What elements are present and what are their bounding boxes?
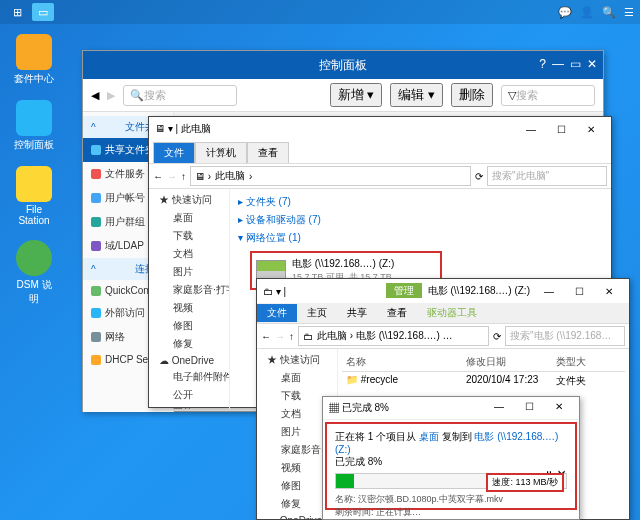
tree-quick-access[interactable]: ★ 快速访问	[259, 351, 335, 369]
tab-computer[interactable]: 计算机	[195, 142, 247, 163]
taskbar: ⊞ ▭ 💬 👤 🔍 ☰	[0, 0, 640, 24]
tray-menu-icon[interactable]: ☰	[624, 6, 634, 19]
nav-back-icon[interactable]: ←	[153, 171, 163, 182]
back-icon[interactable]: ◀	[91, 89, 99, 102]
syno-title-text: 控制面板	[319, 57, 367, 74]
nav-fwd-icon[interactable]: →	[167, 171, 177, 182]
tab-view[interactable]: 查看	[247, 142, 289, 163]
tree-item[interactable]: 电子邮件附件	[165, 368, 227, 386]
fwd-icon[interactable]: ▶	[107, 89, 115, 102]
min-icon[interactable]: —	[517, 124, 545, 135]
tray-search-icon[interactable]: 🔍	[602, 6, 616, 19]
desktop-icons: 套件中心 控制面板 File Station DSM 说明	[12, 34, 56, 306]
desktop-icon-pkg[interactable]: 套件中心	[12, 34, 56, 86]
list-item[interactable]: 📁 #recycle2020/10/4 17:23文件夹	[342, 372, 625, 390]
close-icon[interactable]: ✕	[577, 124, 605, 135]
pc-icon: 🖥	[155, 123, 165, 134]
tree-item[interactable]: 修复	[165, 335, 227, 353]
address-input[interactable]: 🖥 › 此电脑 ›	[190, 166, 471, 186]
tree-item[interactable]: 视频	[165, 299, 227, 317]
nav-back-icon[interactable]: ←	[261, 331, 271, 342]
nav-up-icon[interactable]: ↑	[181, 171, 186, 182]
taskbar-app-window[interactable]: ▭	[32, 3, 54, 21]
column-headers[interactable]: 名称修改日期类型大	[342, 353, 625, 372]
max-icon[interactable]: ☐	[547, 124, 575, 135]
tree-item[interactable]: 修图	[165, 317, 227, 335]
copy-percent: 已完成 8%	[335, 455, 567, 469]
tree-item[interactable]: 下载	[165, 227, 227, 245]
refresh-icon[interactable]: ⟳	[493, 331, 501, 342]
edit-button[interactable]: 编辑 ▾	[390, 83, 443, 107]
copy-progress-dialog: ▦ 已完成 8% —☐✕ 正在将 1 个项目从 桌面 复制到 电影 (\\192…	[322, 396, 580, 520]
tab-file[interactable]: 文件	[257, 304, 297, 322]
tray-chat-icon[interactable]: 💬	[558, 6, 572, 19]
syno-help-icon[interactable]: ?	[539, 57, 546, 71]
tree-item[interactable]: 公开	[165, 386, 227, 404]
tree-item[interactable]: 文档	[165, 245, 227, 263]
tab-view[interactable]: 查看	[377, 304, 417, 322]
section-network[interactable]: ▾ 网络位置 (1)	[234, 229, 607, 247]
max-icon[interactable]: ☐	[565, 286, 593, 297]
max-icon[interactable]: ☐	[515, 401, 543, 415]
search-input[interactable]: 搜索"电影 (\\192.168…	[505, 326, 625, 346]
tree-item[interactable]: 桌面	[165, 209, 227, 227]
tray-user-icon[interactable]: 👤	[580, 6, 594, 19]
tree-item[interactable]: 图片	[165, 263, 227, 281]
search-input[interactable]: 搜索"此电脑"	[487, 166, 607, 186]
copy-body: 正在将 1 个项目从 桌面 复制到 电影 (\\192.168.…) (Z:) …	[325, 422, 577, 510]
ribbon-tabs: 文件 计算机 查看	[149, 141, 611, 163]
delete-button[interactable]: 删除	[451, 83, 493, 107]
address-bar: ← → ↑ 🖥 › 此电脑 › ⟳ 搜索"此电脑"	[149, 163, 611, 189]
desktop-icon-filestation[interactable]: File Station	[12, 166, 56, 226]
refresh-icon[interactable]: ⟳	[475, 171, 483, 182]
min-icon[interactable]: —	[485, 401, 513, 415]
tab-share[interactable]: 共享	[337, 304, 377, 322]
tree-item[interactable]: 桌面	[273, 369, 335, 387]
min-icon[interactable]: —	[535, 286, 563, 297]
section-devices[interactable]: ▸ 设备和驱动器 (7)	[234, 211, 607, 229]
tab-home[interactable]: 主页	[297, 304, 337, 322]
progress-bar: 速度: 113 MB/秒	[335, 473, 567, 489]
desktop-icon-help[interactable]: DSM 说明	[12, 240, 56, 306]
tree-item[interactable]: 图片	[165, 404, 227, 409]
syno-titlebar: 控制面板 ? — ▭ ✕	[83, 51, 603, 79]
close-icon[interactable]: ✕	[545, 401, 573, 415]
syno-min-icon[interactable]: —	[552, 57, 564, 71]
address-input[interactable]: 🗀 此电脑 › 电影 (\\192.168.…) …	[298, 326, 489, 346]
syno-search[interactable]: 🔍搜索	[123, 85, 237, 106]
nav-fwd-icon[interactable]: →	[275, 331, 285, 342]
tree-onedrive[interactable]: ☁ OneDrive	[151, 353, 227, 368]
tab-file[interactable]: 文件	[153, 142, 195, 163]
desktop-icon-control[interactable]: 控制面板	[12, 100, 56, 152]
copy-source-dest: 正在将 1 个项目从 桌面 复制到 电影 (\\192.168.…) (Z:)	[335, 430, 567, 455]
syno-close-icon[interactable]: ✕	[587, 57, 597, 71]
search-icon: 🔍	[130, 89, 144, 102]
explorer-sidebar: ★ 快速访问 桌面下载文档图片家庭影音·打字幕布视频修图修复 ☁ OneDriv…	[149, 189, 230, 409]
explorer-titlebar[interactable]: 🖥 ▾ | 此电脑 —☐✕	[149, 117, 611, 141]
tree-quick-access[interactable]: ★ 快速访问	[151, 191, 227, 209]
copy-filename: 名称: 汉密尔顿.BD.1080p.中英双字幕.mkv	[335, 493, 567, 506]
taskbar-app-grid[interactable]: ⊞	[6, 3, 28, 21]
section-folders[interactable]: ▸ 文件夹 (7)	[234, 193, 607, 211]
close-icon[interactable]: ✕	[595, 286, 623, 297]
nav-up-icon[interactable]: ↑	[289, 331, 294, 342]
tree-item[interactable]: 家庭影音·打字幕布	[165, 281, 227, 299]
syno-max-icon[interactable]: ▭	[570, 57, 581, 71]
new-button[interactable]: 新增 ▾	[330, 83, 383, 107]
tab-drivetools[interactable]: 驱动器工具	[417, 304, 487, 322]
ribbon-tabs: 文件 主页 共享 查看 驱动器工具	[257, 303, 629, 323]
speed-label: 速度: 113 MB/秒	[486, 473, 564, 492]
copy-titlebar[interactable]: ▦ 已完成 8% —☐✕	[323, 397, 579, 420]
progress-fill	[336, 474, 354, 488]
explorer-titlebar[interactable]: 🗀 ▾ | 管理 电影 (\\192.168.…) (Z:) —☐✕	[257, 279, 629, 303]
address-bar: ← → ↑ 🗀 此电脑 › 电影 (\\192.168.…) … ⟳ 搜索"电影…	[257, 323, 629, 349]
syno-filter[interactable]: ▽搜索	[501, 85, 595, 106]
copy-remaining: 剩余时间: 正在计算…	[335, 506, 567, 519]
syno-toolbar: ◀ ▶ 🔍搜索 新增 ▾ 编辑 ▾ 删除 ▽搜索	[83, 79, 603, 112]
